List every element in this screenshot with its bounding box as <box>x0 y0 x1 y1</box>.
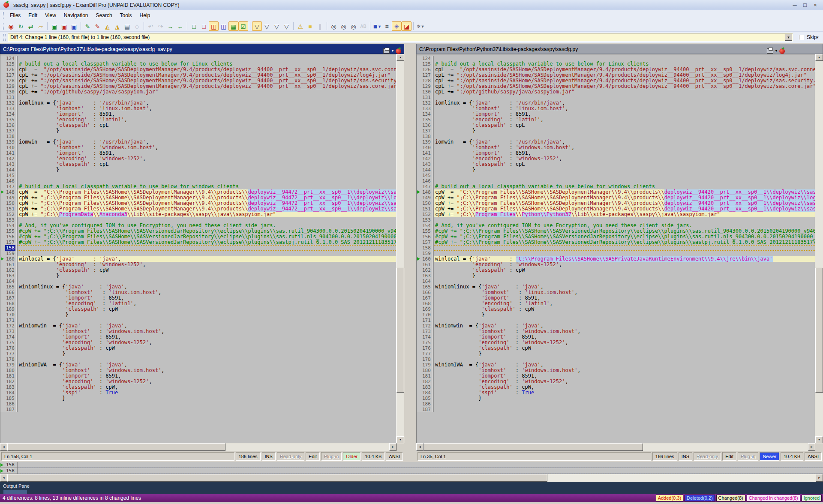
compare-icon[interactable] <box>396 48 401 54</box>
toolbar-overflow-chevron-icon[interactable]: ▾ <box>817 35 819 39</box>
show-diffs-only-icon[interactable]: ▦ <box>228 21 238 31</box>
plugins-icon[interactable]: ✳ <box>392 21 402 31</box>
inspector-horizontal-scrollbar[interactable]: ◄ ► <box>0 474 823 482</box>
find-prev-icon[interactable]: ◎ <box>348 21 358 31</box>
filter-added-icon[interactable]: ▽ <box>262 21 272 31</box>
find-icon[interactable]: ◎ <box>329 21 339 31</box>
next-diff-icon[interactable]: → <box>165 21 175 31</box>
skip-checkbox[interactable] <box>799 35 804 40</box>
code-line: 164 <box>417 279 815 284</box>
close-button[interactable]: × <box>810 1 820 9</box>
find-next-icon[interactable]: ◎ <box>339 21 348 31</box>
show-first-only-icon[interactable]: □ <box>189 21 199 31</box>
code-segment: 'iomport' <box>481 295 509 301</box>
compare-icon[interactable]: ◉ <box>6 21 16 31</box>
scroll-down-icon[interactable]: ▼ <box>396 436 404 443</box>
line-number-gutter: 179 <box>417 362 434 368</box>
edit-second-icon[interactable]: ✎ <box>93 21 102 31</box>
diff-combo-dropdown-icon[interactable]: ▼ <box>785 34 792 41</box>
menu-item-tools[interactable]: Tools <box>116 11 136 20</box>
minimize-button[interactable]: ─ <box>790 1 800 9</box>
prev-diff-icon[interactable]: ← <box>175 21 185 31</box>
refresh-icon[interactable]: ↻ <box>16 21 26 31</box>
menu-item-view[interactable]: View <box>41 11 60 20</box>
scroll-up-icon[interactable]: ▲ <box>396 54 404 61</box>
filter-deleted-icon[interactable]: ▽ <box>282 21 291 31</box>
menu-grip[interactable] <box>2 12 4 19</box>
diffbar-grip[interactable] <box>3 34 6 41</box>
second-file-vertical-scrollbar[interactable]: ▲ ▼ <box>815 54 823 443</box>
print-second-icon[interactable] <box>767 48 773 54</box>
scrollbar-thumb[interactable] <box>815 268 823 393</box>
sync-scrolling-icon[interactable]: ∥ <box>315 21 325 31</box>
toolbar-separator <box>293 22 294 30</box>
scroll-left-icon[interactable]: ◄ <box>0 443 7 451</box>
code-segment: 'classpath' <box>478 345 512 351</box>
pane-header-second-file[interactable]: C:\Program Files\Python\Python37\Lib\sit… <box>416 44 823 54</box>
save-both-icon[interactable]: ▣ <box>69 21 79 31</box>
pane-splitter[interactable] <box>404 44 416 462</box>
edit-mode-icon[interactable]: ◪ <box>402 21 412 31</box>
menu-item-edit[interactable]: Edit <box>24 11 41 20</box>
scrollbar-thumb[interactable] <box>7 443 225 451</box>
first-file-vertical-scrollbar[interactable]: ▲ ▼ <box>396 54 404 443</box>
menu-item-navigation[interactable]: Navigation <box>60 11 92 20</box>
second-file-horizontal-scrollbar[interactable]: ◄ ► <box>416 443 815 451</box>
scroll-down-icon[interactable]: ▼ <box>815 436 823 443</box>
scroll-left-icon[interactable]: ◄ <box>0 474 7 482</box>
first-file-editor[interactable]: 124125# build out a local classpath vari… <box>0 54 396 443</box>
toolbar-grip[interactable] <box>2 23 4 30</box>
code-segment <box>19 301 65 306</box>
warnings-icon[interactable]: ⚠ <box>295 21 305 31</box>
word-wrap-icon[interactable]: ≡ <box>382 21 392 31</box>
menu-item-files[interactable]: Files <box>6 11 24 20</box>
print-first-icon[interactable] <box>383 48 390 54</box>
scroll-right-icon[interactable]: ► <box>816 474 823 482</box>
save-first-icon[interactable]: ▣ <box>49 21 59 31</box>
swap-panes-icon[interactable]: ⇄ <box>26 21 36 31</box>
menu-item-search[interactable]: Search <box>92 11 116 20</box>
code-segment <box>19 145 56 150</box>
vertical-split-icon[interactable]: ◫ <box>219 21 228 31</box>
search-icon[interactable]: ◌ <box>132 21 142 31</box>
line-number-gutter: 175 <box>417 340 434 345</box>
compare-icon[interactable] <box>779 48 785 54</box>
maximize-button[interactable]: □ <box>800 1 810 9</box>
print-icon[interactable]: ▤ <box>122 21 132 31</box>
show-second-only-icon[interactable]: □ <box>199 21 209 31</box>
highlight-inline-icon[interactable]: ■ <box>305 21 315 31</box>
menu-item-help[interactable]: Help <box>136 11 154 20</box>
scroll-right-icon[interactable]: ► <box>389 443 396 451</box>
undo-icon[interactable]: ↶ <box>146 21 156 31</box>
split-view-icon[interactable]: ◫ <box>209 21 219 31</box>
second-file-editor[interactable]: 124125# build out a local classpath vari… <box>416 54 815 443</box>
code-segment: winiomlinux = { <box>19 284 65 290</box>
copy-to-right-icon[interactable]: ◮ <box>112 21 122 31</box>
options-icon[interactable]: ✲ ▾ <box>415 21 425 31</box>
show-line-numbers-icon[interactable]: ☑ <box>238 21 248 31</box>
output-pane-tab[interactable] <box>3 490 27 494</box>
scrollbar-thumb[interactable] <box>7 474 547 482</box>
scrollbar-thumb[interactable] <box>424 443 643 451</box>
scroll-left-icon[interactable]: ◄ <box>416 443 424 451</box>
filter-all-icon[interactable]: ▽ <box>252 21 262 31</box>
pane-header-first-file[interactable]: C:\Program Files\Python\Python37\Lib\sit… <box>0 44 404 54</box>
first-file-horizontal-scrollbar[interactable]: ◄ ► <box>0 443 396 451</box>
edit-first-icon[interactable]: ✎ <box>83 21 93 31</box>
scroll-right-icon[interactable]: ► <box>808 443 815 451</box>
scrollbar-thumb[interactable] <box>396 268 404 393</box>
current-diff-combobox[interactable]: Diff 4: Change 1 line (160, first file) … <box>8 33 793 42</box>
current-diff-text: Diff 4: Change 1 line (160, first file) … <box>10 34 150 40</box>
scroll-up-icon[interactable]: ▲ <box>815 54 823 61</box>
match-case-icon[interactable]: AB <box>358 21 368 31</box>
filter-changed-icon[interactable]: ▽ <box>272 21 282 31</box>
statistics-icon[interactable]: ▦ ▾ <box>372 21 382 31</box>
line-number: 181 <box>421 373 432 379</box>
code-text: 'iomhost' : 'linux.iom.host', <box>18 290 396 295</box>
save-second-icon[interactable]: ▣ <box>59 21 69 31</box>
copy-to-left-icon[interactable]: ◭ <box>102 21 112 31</box>
code-line: 181 'iomport' : 8591, <box>417 373 815 379</box>
redo-icon[interactable]: ↷ <box>156 21 165 31</box>
code-segment <box>19 329 62 334</box>
open-files-icon[interactable]: ▱ <box>36 21 45 31</box>
